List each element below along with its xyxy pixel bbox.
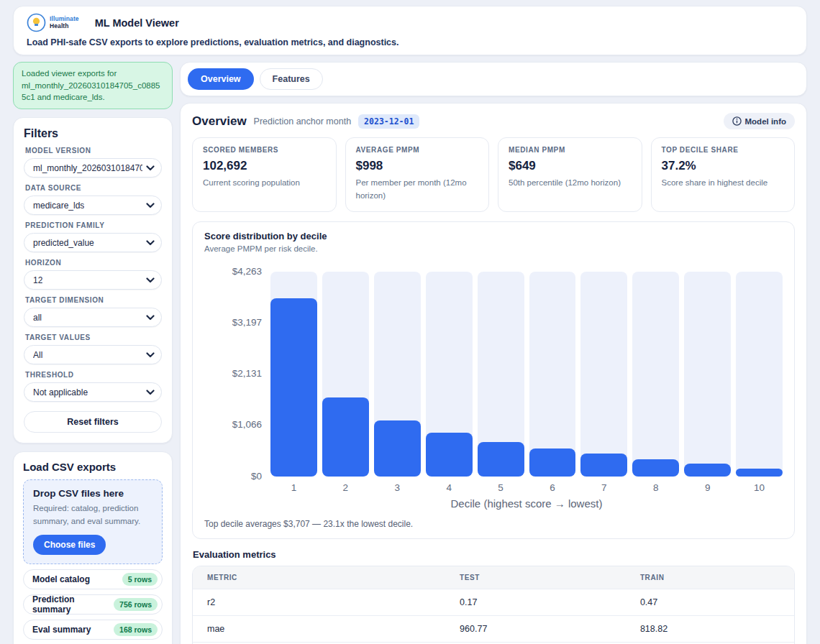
page: Illuminate Health ML Model Viewer Load P… [0, 0, 820, 644]
tab-overview[interactable]: Overview [188, 68, 254, 90]
row-count-badge: 168 rows [114, 623, 158, 636]
column-header-test: Test [445, 566, 626, 589]
chart-column-track [529, 272, 576, 477]
y-tick-label: $3,197 [232, 317, 262, 328]
metric-card-median-pmpm: Median PMPM $649 50th percentile (12mo h… [498, 137, 642, 212]
chart-y-axis: $0$1,066$2,131$3,197$4,263 [204, 272, 270, 477]
model-info-button[interactable]: Model info [724, 113, 796, 129]
chart-bar [684, 464, 731, 477]
chevron-down-icon [146, 165, 155, 171]
chart-column-track [270, 272, 317, 477]
filter-label-horizon: Horizon [25, 259, 160, 267]
x-tick-label: 3 [374, 482, 421, 493]
csv-dropzone[interactable]: Drop CSV files here Required: catalog, p… [23, 479, 163, 564]
y-tick-label: $2,131 [232, 368, 262, 379]
chart-column-track [426, 272, 473, 477]
chart-bar [736, 469, 783, 477]
y-tick-label: $1,066 [232, 419, 262, 430]
chart-x-labels: 12345678910 [270, 482, 783, 493]
dropzone-description: Required: catalog, prediction summary, a… [33, 502, 152, 528]
chart-title: Score distribution by decile [204, 231, 783, 242]
app-header: Illuminate Health ML Model Viewer Load P… [13, 6, 807, 55]
chart-columns [270, 272, 783, 477]
chart-bar [322, 397, 369, 477]
file-row-model-catalog[interactable]: Model catalog 5 rows [23, 569, 163, 589]
x-tick-label: 2 [322, 482, 369, 493]
column-header-metric: Metric [193, 566, 445, 589]
x-tick-label: 4 [426, 482, 473, 493]
chart-column-track [374, 272, 421, 477]
metric-card-scored-members: Scored members 102,692 Current scoring p… [192, 137, 337, 212]
brand-name: Illuminate Health [50, 16, 79, 29]
chevron-down-icon [146, 203, 155, 208]
eval-metrics-table: Metric Test Train r2 0.17 0.47 [192, 566, 795, 644]
filter-label-target-values: Target values [25, 334, 160, 341]
lightbulb-logo-icon [27, 13, 46, 32]
dropzone-title: Drop CSV files here [33, 488, 152, 499]
chart-bar [529, 448, 576, 477]
info-icon [732, 116, 742, 126]
page-title: ML Model Viewer [95, 17, 179, 29]
filter-label-data-source: Data source [25, 184, 160, 192]
decile-chart-card: Score distribution by decile Average PMP… [192, 221, 795, 539]
chart-column-track [478, 272, 524, 477]
sidebar: Loaded viewer exports for ml_monthly_202… [13, 62, 173, 644]
target-values-select[interactable]: All [24, 345, 162, 364]
chart-bar [478, 442, 524, 477]
chevron-down-icon [146, 315, 155, 321]
chart-plot: 12345678910 [270, 272, 783, 493]
tab-features[interactable]: Features [260, 68, 323, 90]
threshold-select[interactable]: Not applicable [24, 382, 162, 402]
column-header-train: Train [626, 566, 794, 589]
x-tick-label: 5 [478, 482, 524, 493]
eval-metrics-title: Evaluation metrics [193, 549, 795, 560]
file-row-eval-summary[interactable]: Eval summary 168 rows [23, 620, 163, 640]
x-tick-label: 6 [529, 482, 576, 493]
filters-panel: Filters Model version ml_monthly_2026031… [13, 117, 173, 443]
chart-bar [374, 420, 421, 477]
model-version-select[interactable]: ml_monthly_20260310184705_c08855c1 [24, 158, 162, 178]
tab-bar: Overview Features [180, 62, 807, 96]
y-tick-label: $0 [251, 470, 262, 481]
x-tick-label: 8 [632, 482, 679, 493]
filter-label-model-version: Model version [25, 147, 160, 155]
filters-title: Filters [24, 127, 162, 140]
chart-column-track [736, 272, 783, 477]
horizon-select[interactable]: 12 [24, 270, 162, 290]
table-header-row: Metric Test Train [193, 566, 794, 589]
prediction-family-select[interactable]: predicted_value [24, 233, 162, 252]
data-source-select[interactable]: medicare_lds [24, 196, 162, 215]
y-tick-label: $4,263 [232, 265, 262, 276]
table-row: r2 0.17 0.47 [193, 589, 794, 615]
chevron-down-icon [146, 240, 155, 246]
anchor-month-badge: 2023-12-01 [358, 114, 419, 129]
chart-column-track [632, 272, 679, 477]
x-tick-label: 1 [270, 482, 317, 493]
chart-x-axis-title: Decile (highest score → lowest) [270, 497, 783, 510]
target-dimension-select[interactable]: all [24, 308, 162, 327]
reset-filters-button[interactable]: Reset filters [24, 411, 162, 433]
overview-title: Overview [192, 114, 247, 129]
x-tick-label: 9 [684, 482, 731, 493]
chart-column-track [580, 272, 627, 477]
overview-panel: Overview Prediction anchor month 2023-12… [180, 103, 807, 644]
brand-logo: Illuminate Health [27, 13, 79, 32]
metric-card-top-decile-share: Top decile share 37.2% Score share in hi… [651, 137, 796, 212]
x-tick-label: 7 [580, 482, 627, 493]
app-subtitle: Load PHI-safe CSV exports to explore pre… [27, 37, 793, 47]
load-csv-title: Load CSV exports [23, 461, 163, 473]
chart-subtitle: Average PMPM per risk decile. [204, 244, 783, 253]
file-row-prediction-summary[interactable]: Prediction summary 756 rows [23, 594, 163, 615]
chevron-down-icon [146, 390, 155, 395]
row-count-badge: 756 rows [114, 598, 158, 611]
x-tick-label: 10 [736, 482, 783, 493]
chart-caption: Top decile averages $3,707 — 23.1x the l… [204, 519, 783, 529]
filter-label-target-dimension: Target dimension [25, 296, 160, 304]
table-row: mae 960.77 818.82 [193, 615, 794, 642]
chart-bar [632, 459, 679, 477]
chart-bar [580, 454, 627, 477]
choose-files-button[interactable]: Choose files [33, 535, 106, 555]
row-count-badge: 5 rows [122, 573, 158, 586]
chart-column-track [684, 272, 731, 477]
metric-cards: Scored members 102,692 Current scoring p… [192, 137, 795, 212]
